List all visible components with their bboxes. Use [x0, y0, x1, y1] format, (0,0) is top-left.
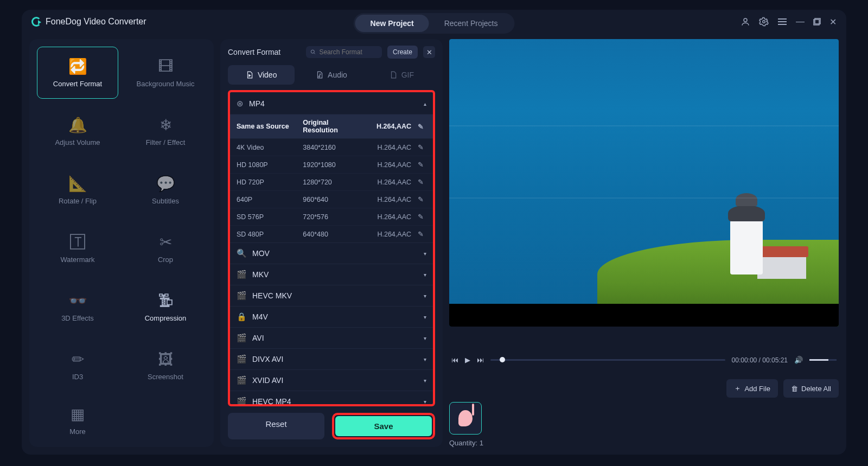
format-tab-gif[interactable]: GIF: [368, 65, 435, 85]
option-codec: H.264,AAC: [363, 178, 414, 186]
film-icon: 🎬: [237, 333, 247, 343]
format-tab-video[interactable]: Video: [228, 65, 295, 85]
format-option[interactable]: Same as SourceOriginal ResolutionH.264,A…: [230, 114, 433, 138]
tool-label: 3D Effects: [61, 314, 94, 322]
option-codec: H.264,AAC: [363, 196, 414, 203]
format-group-hevc mkv[interactable]: 🎬HEVC MKV▾: [230, 285, 433, 306]
settings-icon[interactable]: [759, 17, 769, 27]
format-group-m4v[interactable]: 🔒M4V▾: [230, 307, 433, 327]
tool-label: Screenshot: [148, 373, 183, 381]
option-name: HD 720P: [237, 178, 303, 186]
save-button[interactable]: Save: [335, 416, 432, 436]
format-group-mov[interactable]: 🔍MOV▾: [230, 243, 433, 264]
tool-compression[interactable]: 🗜Compression: [125, 281, 206, 333]
volume-icon[interactable]: 🔊: [794, 356, 803, 364]
window-minimize[interactable]: —: [796, 17, 805, 27]
option-codec: H.264,AAC: [363, 144, 414, 151]
3d-effects-icon: 👓: [68, 292, 87, 310]
add-file-button[interactable]: ＋Add File: [726, 379, 778, 398]
tool-label: Watermark: [60, 256, 94, 264]
tab-new-project[interactable]: New Project: [355, 15, 429, 32]
tool-watermark[interactable]: 🅃Watermark: [37, 222, 118, 275]
format-group-mp4[interactable]: ⊛MP4▴: [230, 93, 433, 114]
edit-icon[interactable]: ✎: [414, 123, 426, 131]
tool-subtitles[interactable]: 💬Subtitles: [125, 164, 206, 216]
film-icon: 🎬: [237, 291, 247, 301]
panel-title: Convert Format: [228, 48, 280, 56]
tool-grid: 🔁Convert Format🎞Background Music🔔Adjust …: [29, 39, 214, 447]
tool-more[interactable]: ▦More: [37, 398, 118, 443]
format-panel: Convert Format Create ✕ Video Audio: [220, 39, 443, 447]
edit-icon[interactable]: ✎: [414, 143, 426, 151]
option-name: SD 480P: [237, 231, 303, 238]
format-group-xvid avi[interactable]: 🎬XVID AVI▾: [230, 370, 433, 391]
format-group-avi[interactable]: 🎬AVI▾: [230, 328, 433, 348]
chevron-up-icon: ▴: [424, 101, 426, 107]
quantity-label: Quantity: 1: [449, 439, 839, 447]
format-tab-label: GIF: [401, 71, 414, 79]
next-button[interactable]: ⏭: [477, 356, 484, 364]
menu-icon[interactable]: [777, 18, 787, 25]
option-resolution: 640*480: [303, 231, 363, 238]
chevron-down-icon: ▾: [424, 314, 426, 320]
option-resolution: 1920*1080: [303, 161, 363, 169]
chevron-down-icon: ▾: [424, 293, 426, 299]
search-format[interactable]: [306, 46, 382, 58]
window-close[interactable]: ✕: [829, 17, 837, 27]
format-option[interactable]: SD 480P640*480H.264,AAC✎: [230, 225, 433, 242]
tool-label: More: [69, 427, 86, 436]
video-preview[interactable]: [449, 39, 839, 327]
format-option[interactable]: SD 576P720*576H.264,AAC✎: [230, 208, 433, 225]
option-name: SD 576P: [237, 213, 303, 221]
format-option[interactable]: 640P960*640H.264,AAC✎: [230, 190, 433, 208]
reset-button[interactable]: Reset: [228, 413, 324, 439]
format-list[interactable]: ⊛MP4▴Same as SourceOriginal ResolutionH.…: [228, 90, 435, 406]
close-panel-button[interactable]: ✕: [423, 46, 435, 58]
format-tab-audio[interactable]: Audio: [298, 65, 365, 85]
tool-convert-format[interactable]: 🔁Convert Format: [37, 47, 118, 99]
format-option[interactable]: HD 720P1280*720H.264,AAC✎: [230, 173, 433, 190]
tool-adjust-volume[interactable]: 🔔Adjust Volume: [37, 105, 118, 157]
format-group-mkv[interactable]: 🎬MKV▾: [230, 264, 433, 285]
format-group-hevc mp4[interactable]: 🎬HEVC MP4▾: [230, 391, 433, 406]
prev-button[interactable]: ⏮: [451, 356, 458, 364]
option-resolution: 1280*720: [303, 178, 363, 186]
format-group-divx avi[interactable]: 🎬DIVX AVI▾: [230, 349, 433, 369]
format-option[interactable]: 4K Video3840*2160H.264,AAC✎: [230, 138, 433, 156]
volume-slider[interactable]: [809, 359, 837, 361]
app-logo: FoneDog Video Converter: [31, 17, 146, 27]
edit-icon[interactable]: ✎: [414, 178, 426, 186]
svg-point-0: [744, 18, 747, 22]
account-icon[interactable]: [741, 17, 750, 27]
screenshot-icon: 🖼: [158, 350, 173, 368]
search-input[interactable]: [319, 48, 378, 56]
tool-screenshot[interactable]: 🖼Screenshot: [125, 340, 206, 392]
edit-icon[interactable]: ✎: [414, 213, 426, 221]
tool-id3[interactable]: ✏ID3: [37, 340, 118, 392]
tool-background-music[interactable]: 🎞Background Music: [125, 47, 206, 99]
file-audio-icon: [316, 71, 323, 79]
edit-icon[interactable]: ✎: [414, 230, 426, 238]
tool-3d-effects[interactable]: 👓3D Effects: [37, 281, 118, 333]
save-highlight: Save: [332, 413, 435, 439]
window-maximize[interactable]: [813, 18, 821, 25]
tool-crop[interactable]: ✂Crop: [125, 222, 206, 275]
film-icon: 🔒: [237, 312, 247, 322]
edit-icon[interactable]: ✎: [414, 195, 426, 203]
create-button[interactable]: Create: [387, 46, 418, 59]
edit-icon[interactable]: ✎: [414, 161, 426, 169]
letterbox: [449, 304, 839, 327]
svg-point-7: [311, 50, 314, 53]
tool-rotate-flip[interactable]: 📐Rotate / Flip: [37, 164, 118, 216]
crop-icon: ✂: [159, 233, 172, 251]
seek-track[interactable]: [490, 359, 725, 361]
compression-icon: 🗜: [158, 292, 173, 310]
format-option[interactable]: HD 1080P1920*1080H.264,AAC✎: [230, 156, 433, 173]
format-tab-label: Video: [258, 71, 277, 79]
play-button[interactable]: ▶: [465, 356, 470, 364]
tab-recent-projects[interactable]: Recent Projects: [429, 15, 513, 32]
filter-effect-icon: ❄: [159, 116, 172, 134]
delete-all-button[interactable]: 🗑Delete All: [783, 379, 839, 398]
tool-filter-effect[interactable]: ❄Filter / Effect: [125, 105, 206, 157]
file-thumbnail[interactable]: [449, 402, 482, 435]
